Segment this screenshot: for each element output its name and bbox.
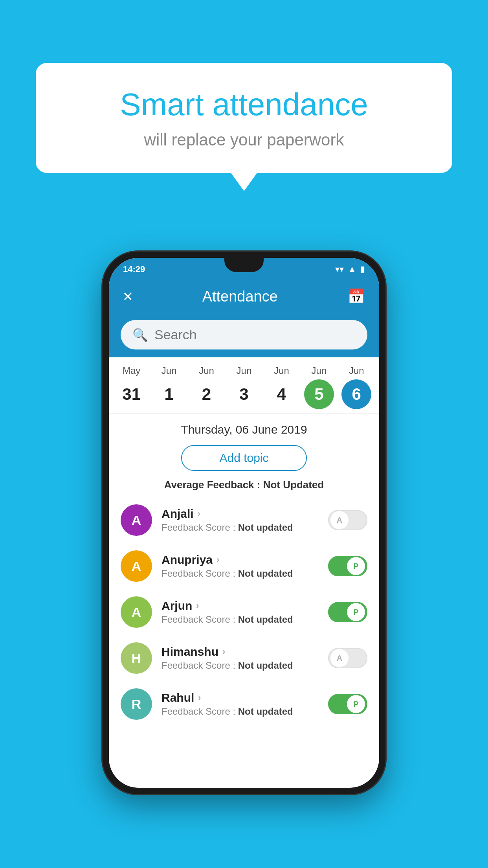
calendar-day[interactable]: May 31 bbox=[117, 365, 147, 409]
calendar-day[interactable]: Jun 2 bbox=[192, 365, 222, 409]
chevron-icon: › bbox=[216, 555, 219, 565]
month-label: Jun bbox=[237, 365, 252, 376]
chevron-icon: › bbox=[222, 647, 225, 657]
attendance-toggle[interactable]: P bbox=[328, 694, 367, 714]
attendance-toggle[interactable]: A bbox=[328, 510, 367, 530]
student-info: Himanshu › Feedback Score : Not updated bbox=[161, 645, 319, 671]
student-feedback: Feedback Score : Not updated bbox=[161, 568, 319, 579]
search-bar: 🔍 bbox=[121, 320, 367, 349]
student-item[interactable]: R Rahul › Feedback Score : Not updated P bbox=[109, 681, 379, 727]
day-number: 6 bbox=[341, 379, 371, 409]
month-label: Jun bbox=[161, 365, 177, 376]
student-info: Anupriya › Feedback Score : Not updated bbox=[161, 553, 319, 579]
student-list: A Anjali › Feedback Score : Not updated … bbox=[109, 497, 379, 788]
calendar-day[interactable]: Jun 6 bbox=[341, 365, 371, 409]
toggle-knob: A bbox=[330, 511, 349, 529]
calendar-day[interactable]: Jun 5 bbox=[304, 365, 334, 409]
phone-frame: 14:29 ▾▾ ▲ ▮ × Attendance 📅 🔍 bbox=[103, 252, 385, 794]
month-label: Jun bbox=[199, 365, 214, 376]
calendar-day[interactable]: Jun 3 bbox=[229, 365, 259, 409]
month-label: Jun bbox=[311, 365, 327, 376]
student-item[interactable]: A Anupriya › Feedback Score : Not update… bbox=[109, 543, 379, 589]
status-icons: ▾▾ ▲ ▮ bbox=[335, 264, 365, 274]
student-name: Himanshu › bbox=[161, 645, 319, 658]
status-time: 14:29 bbox=[123, 264, 145, 274]
student-info: Rahul › Feedback Score : Not updated bbox=[161, 691, 319, 717]
avatar: R bbox=[121, 688, 152, 720]
calendar-icon[interactable]: 📅 bbox=[347, 288, 365, 305]
day-number: 31 bbox=[117, 379, 147, 409]
avatar: A bbox=[121, 504, 152, 536]
attendance-toggle[interactable]: A bbox=[328, 648, 367, 668]
add-topic-button[interactable]: Add topic bbox=[181, 445, 307, 471]
month-label: May bbox=[123, 365, 140, 376]
attendance-toggle[interactable]: P bbox=[328, 556, 367, 576]
month-label: Jun bbox=[349, 365, 364, 376]
day-number: 4 bbox=[266, 379, 296, 409]
speech-bubble-subtitle: will replace your paperwork bbox=[67, 131, 421, 149]
app-title: Attendance bbox=[202, 288, 278, 305]
toggle-knob: P bbox=[347, 603, 365, 621]
student-info: Anjali › Feedback Score : Not updated bbox=[161, 507, 319, 533]
student-feedback: Feedback Score : Not updated bbox=[161, 614, 319, 625]
day-number: 5 bbox=[304, 379, 334, 409]
calendar-strip: May 31 Jun 1 Jun 2 Jun 3 Jun 4 Jun 5 Jun… bbox=[109, 357, 379, 414]
status-bar: 14:29 ▾▾ ▲ ▮ bbox=[109, 258, 379, 279]
avg-feedback-value: Not Updated bbox=[263, 479, 324, 491]
chevron-icon: › bbox=[198, 509, 200, 519]
avatar: H bbox=[121, 642, 152, 674]
avatar: A bbox=[121, 596, 152, 628]
toggle-knob: P bbox=[347, 695, 365, 713]
student-feedback: Feedback Score : Not updated bbox=[161, 522, 319, 533]
avg-feedback-label: Average Feedback : bbox=[164, 479, 263, 491]
student-item[interactable]: A Arjun › Feedback Score : Not updated P bbox=[109, 589, 379, 635]
student-item[interactable]: A Anjali › Feedback Score : Not updated … bbox=[109, 497, 379, 543]
day-number: 1 bbox=[154, 379, 184, 409]
student-feedback: Feedback Score : Not updated bbox=[161, 660, 319, 671]
toggle-knob: A bbox=[330, 649, 349, 667]
speech-bubble-title: Smart attendance bbox=[67, 86, 421, 123]
background: Smart attendance will replace your paper… bbox=[0, 0, 488, 868]
search-input[interactable] bbox=[154, 327, 356, 342]
month-label: Jun bbox=[274, 365, 289, 376]
student-item[interactable]: H Himanshu › Feedback Score : Not update… bbox=[109, 635, 379, 681]
attendance-toggle[interactable]: P bbox=[328, 602, 367, 622]
chevron-icon: › bbox=[196, 601, 199, 611]
wifi-icon: ▾▾ bbox=[335, 264, 344, 274]
chevron-icon: › bbox=[198, 693, 201, 703]
close-button[interactable]: × bbox=[123, 287, 133, 306]
student-name: Arjun › bbox=[161, 599, 319, 612]
student-feedback: Feedback Score : Not updated bbox=[161, 706, 319, 717]
calendar-day[interactable]: Jun 1 bbox=[154, 365, 184, 409]
date-display: Thursday, 06 June 2019 bbox=[109, 414, 379, 440]
battery-icon: ▮ bbox=[360, 264, 365, 274]
avatar: A bbox=[121, 550, 152, 582]
search-icon: 🔍 bbox=[132, 327, 148, 342]
student-name: Anupriya › bbox=[161, 553, 319, 566]
toggle-knob: P bbox=[347, 557, 365, 575]
speech-bubble: Smart attendance will replace your paper… bbox=[36, 63, 452, 173]
app-header: × Attendance 📅 bbox=[109, 279, 379, 314]
search-bar-wrap: 🔍 bbox=[109, 314, 379, 357]
phone-screen: 14:29 ▾▾ ▲ ▮ × Attendance 📅 🔍 bbox=[109, 258, 379, 788]
avg-feedback: Average Feedback : Not Updated bbox=[109, 476, 379, 497]
day-number: 3 bbox=[229, 379, 259, 409]
notch bbox=[224, 258, 264, 272]
calendar-day[interactable]: Jun 4 bbox=[266, 365, 296, 409]
student-name: Rahul › bbox=[161, 691, 319, 704]
student-name: Anjali › bbox=[161, 507, 319, 520]
day-number: 2 bbox=[192, 379, 222, 409]
signal-icon: ▲ bbox=[348, 264, 356, 274]
student-info: Arjun › Feedback Score : Not updated bbox=[161, 599, 319, 625]
